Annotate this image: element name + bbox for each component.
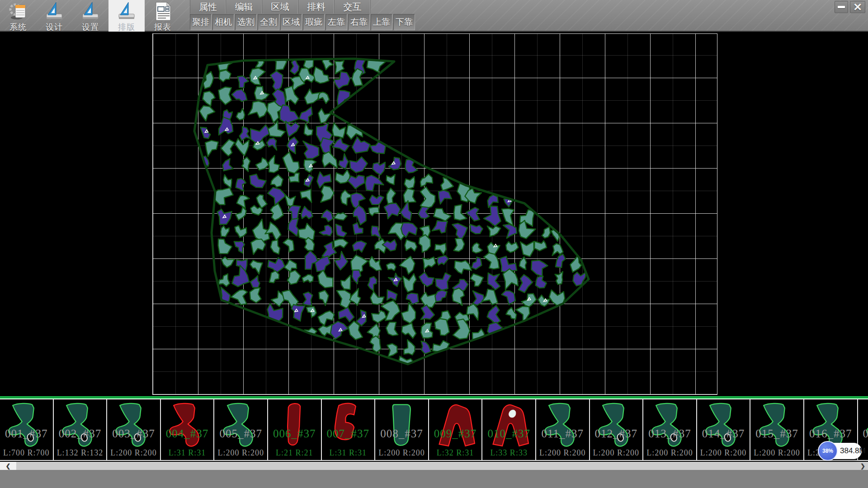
part-name: 008_#37 <box>375 427 428 440</box>
part-shape <box>219 401 263 452</box>
part-shape <box>487 401 531 452</box>
part-thumbnail-013[interactable]: 013_#37 L:200 R:200 <box>643 399 697 460</box>
part-count-info: L:31 R:31 <box>322 448 375 458</box>
part-thumbnail-011[interactable]: 011_#37 L:200 R:200 <box>536 399 590 460</box>
part-name: 005_#37 <box>214 427 267 440</box>
minimize-icon <box>838 6 845 8</box>
menu-item[interactable]: 属性 <box>190 0 226 14</box>
part-shape <box>434 401 477 452</box>
memory-percent-indicator: 38% <box>818 441 838 461</box>
nesting-app-window: 系统 设计 设置 排版 报表 属性编辑区域排料交互 聚排相机选割全割区域瑕疵左靠… <box>0 0 868 488</box>
part-name: 015_#37 <box>750 427 803 440</box>
part-name: 002_#37 <box>54 427 107 440</box>
parts-thumbnail-strip: 001_#37 L:700 R:700 002_#37 L:132 R:132 … <box>0 399 868 461</box>
part-count-info: L:200 R:200 <box>107 448 160 458</box>
part-count-info: L:200 R:200 <box>214 448 267 458</box>
tool-button[interactable]: 选割 <box>235 14 257 30</box>
menu-item[interactable]: 排料 <box>298 0 335 14</box>
part-name: 013_#37 <box>643 427 696 440</box>
part-thumbnail-012[interactable]: 012_#37 L:200 R:200 <box>590 399 644 460</box>
nav-system-gear-button[interactable]: 系统 <box>0 0 36 32</box>
nav-label: 排版 <box>118 22 135 33</box>
part-shape <box>541 401 584 452</box>
part-shape <box>58 401 102 452</box>
nav-layout-setsquare-button[interactable]: 排版 <box>108 0 145 32</box>
part-shape <box>273 401 316 452</box>
memory-usage-value: 384.8M <box>840 446 866 455</box>
part-thumbnail-005[interactable]: 005_#37 L:200 R:200 <box>214 399 268 460</box>
part-count-info: L:200 R:200 <box>750 448 803 458</box>
tool-button[interactable]: 右靠 <box>348 14 370 30</box>
status-footer <box>0 470 868 488</box>
part-count-info: L:31 R:31 <box>161 448 214 458</box>
nav-report-document-button[interactable]: 报表 <box>145 0 181 32</box>
window-controls: ✕ <box>835 1 865 13</box>
nav-label: 系统 <box>9 22 27 33</box>
system-gear-icon <box>8 1 28 21</box>
part-thumbnail-007[interactable]: 007_#37 L:31 R:31 <box>322 399 376 460</box>
part-thumbnail-008[interactable]: 008_#37 L:200 R:200 <box>375 399 429 460</box>
menu-bar: 属性编辑区域排料交互 <box>190 0 371 14</box>
part-name: 014_#37 <box>697 427 750 440</box>
part-count-info: L:21 R:21 <box>268 448 321 458</box>
part-thumbnail-009[interactable]: 009_#37 L:32 R:31 <box>429 399 483 460</box>
part-shape <box>648 401 691 452</box>
part-thumbnail-015[interactable]: 015_#37 L:200 R:200 <box>750 399 804 460</box>
scroll-left-button[interactable]: ❮ <box>0 462 16 470</box>
tool-button[interactable]: 左靠 <box>326 14 347 30</box>
tool-button[interactable]: 区域 <box>280 14 302 30</box>
tool-button[interactable]: 下靠 <box>393 14 415 30</box>
nav-design-setsquare-button[interactable]: 设计 <box>36 0 72 32</box>
menu-item[interactable]: 编辑 <box>226 0 262 14</box>
minimize-button[interactable] <box>835 1 848 13</box>
part-count-info: L:200 R:200 <box>375 448 428 458</box>
part-name: 007_#37 <box>322 427 375 440</box>
tool-button-row: 聚排相机选割全割区域瑕疵左靠右靠上靠下靠 <box>190 14 416 31</box>
part-shape <box>165 401 209 452</box>
part-thumbnail-003[interactable]: 003_#37 L:200 R:200 <box>107 399 161 460</box>
part-thumbnail-004[interactable]: 004_#37 L:31 R:31 <box>161 399 215 460</box>
part-name: 004_#37 <box>161 427 214 440</box>
nested-hide-drawing[interactable] <box>152 33 717 395</box>
tool-button[interactable]: 聚排 <box>190 14 212 30</box>
horizontal-scrollbar[interactable]: ❮ ❯ <box>0 462 868 470</box>
close-icon: ✕ <box>853 1 862 14</box>
layout-setsquare-icon <box>116 1 137 21</box>
part-thumbnail-014[interactable]: 014_#37 L:200 R:200 <box>697 399 751 460</box>
part-name: 011_#37 <box>536 427 589 440</box>
part-thumbnail-001[interactable]: 001_#37 L:700 R:700 <box>0 399 54 460</box>
settings-setsquare-icon <box>80 1 101 21</box>
part-name: 006_#37 <box>268 427 321 440</box>
nesting-canvas[interactable] <box>0 32 868 396</box>
part-thumbnail-002[interactable]: 002_#37 L:132 R:132 <box>54 399 108 460</box>
tool-button[interactable]: 全割 <box>258 14 279 30</box>
nav-settings-setsquare-button[interactable]: 设置 <box>72 0 108 32</box>
menu-item[interactable]: 区域 <box>262 0 298 14</box>
tool-button[interactable]: 瑕疵 <box>303 14 325 30</box>
part-shape <box>112 401 155 452</box>
menu-item[interactable]: 交互 <box>335 0 371 14</box>
tool-button[interactable]: 相机 <box>212 14 234 30</box>
part-name: 012_#37 <box>590 427 643 440</box>
part-count-info: L:132 R:132 <box>54 448 107 458</box>
scroll-right-button[interactable]: ❯ <box>860 462 865 470</box>
part-count-info: L:200 R:200 <box>536 448 589 458</box>
part-thumbnail-010[interactable]: 010_#37 L:33 R:33 <box>482 399 536 460</box>
part-name: 010_#37 <box>482 427 535 440</box>
nav-label: 设置 <box>82 22 99 33</box>
part-shape <box>702 401 745 452</box>
nav-label: 报表 <box>154 22 171 33</box>
part-count-info: L:33 R:33 <box>482 448 535 458</box>
part-thumbnail-006[interactable]: 006_#37 L:21 R:21 <box>268 399 322 460</box>
part-count-info: L:200 R:200 <box>697 448 750 458</box>
part-name: 001_#37 <box>0 427 53 440</box>
design-setsquare-icon <box>44 1 65 21</box>
part-shape <box>326 401 370 452</box>
memory-status-badge: 38% 384.8M <box>819 443 862 459</box>
tool-button[interactable]: 上靠 <box>371 14 392 30</box>
part-shape <box>755 401 799 452</box>
part-shape <box>594 401 638 452</box>
part-name: 009_#37 <box>429 427 482 440</box>
close-button[interactable]: ✕ <box>850 1 865 13</box>
part-name: 003_#37 <box>107 427 160 440</box>
